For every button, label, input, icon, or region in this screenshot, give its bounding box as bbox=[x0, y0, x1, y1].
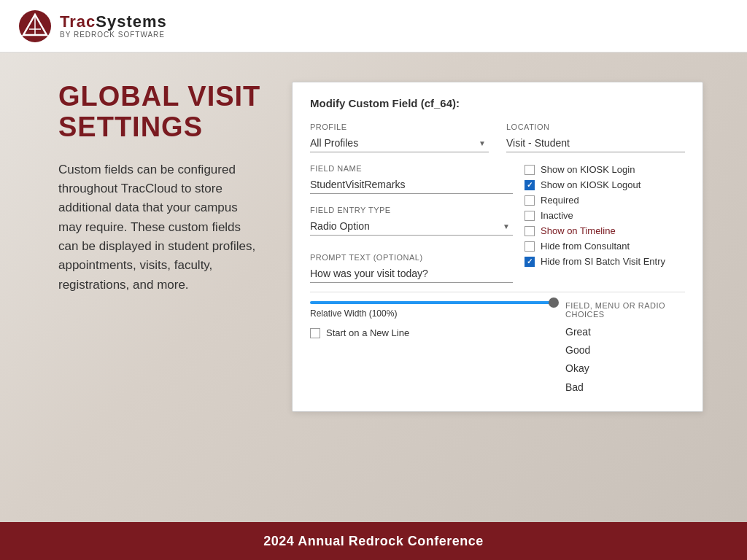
profile-label: Profile bbox=[310, 122, 489, 131]
checkbox-label-4: Show on Timeline bbox=[541, 225, 616, 236]
header: Trac Systems By Redrock Software bbox=[0, 0, 747, 52]
choices-label: Field, Menu or Radio Choices bbox=[565, 301, 685, 319]
logo-text: Trac Systems By Redrock Software bbox=[60, 13, 167, 39]
location-input[interactable] bbox=[506, 134, 685, 152]
checkbox-label-3: Inactive bbox=[541, 210, 573, 221]
checkbox-box-2[interactable] bbox=[525, 195, 535, 206]
prompt-input[interactable] bbox=[310, 265, 513, 283]
start-newline-label: Start on a New Line bbox=[326, 327, 409, 338]
bottom-row: Relative Width (100%) Start on a New Lin… bbox=[310, 301, 685, 397]
slider-section: Relative Width (100%) bbox=[310, 301, 554, 319]
choice-item-3: Bad bbox=[565, 378, 685, 397]
checkbox-box-5[interactable] bbox=[525, 241, 535, 252]
checkbox-box-3[interactable] bbox=[525, 211, 535, 221]
form-left-col: Field Name Field Entry Type Radio Option… bbox=[310, 164, 513, 283]
logo-trac: Trac bbox=[60, 13, 96, 31]
choice-item-2: Okay bbox=[565, 359, 685, 378]
prompt-group: Prompt Text (optional) bbox=[310, 253, 513, 283]
page-title: Global Visit Settings bbox=[58, 82, 263, 143]
field-entry-type-select[interactable]: Radio Option bbox=[310, 217, 513, 235]
field-entry-type-label: Field Entry Type bbox=[310, 206, 513, 214]
profile-location-row: Profile All Profiles ▼ Location bbox=[310, 122, 685, 152]
location-label: Location bbox=[506, 122, 685, 131]
checkbox-label-6: Hide from SI Batch Visit Entry bbox=[541, 256, 665, 267]
location-group: Location bbox=[506, 122, 685, 152]
checkbox-box-0[interactable] bbox=[525, 165, 535, 175]
checkbox-label-1: Show on KIOSK Logout bbox=[541, 179, 640, 190]
choices-col: Field, Menu or Radio Choices GreatGoodOk… bbox=[554, 301, 685, 397]
checkbox-box-4[interactable] bbox=[525, 226, 535, 236]
field-name-label: Field Name bbox=[310, 164, 513, 173]
start-newline[interactable]: Start on a New Line bbox=[310, 327, 554, 338]
checkbox-item-2[interactable]: Required bbox=[525, 195, 685, 206]
profile-select[interactable]: All Profiles bbox=[310, 134, 489, 152]
main-content: Global Visit Settings Custom fields can … bbox=[0, 52, 747, 534]
logo-systems: Systems bbox=[96, 13, 167, 31]
checkbox-label-2: Required bbox=[541, 195, 579, 206]
field-name-checkboxes-row: Field Name Field Entry Type Radio Option… bbox=[310, 164, 685, 283]
prompt-label: Prompt Text (optional) bbox=[310, 253, 513, 262]
description: Custom fields can be configured througho… bbox=[58, 160, 263, 295]
form-title: Modify Custom Field (cf_64): bbox=[310, 97, 685, 109]
slider-col: Relative Width (100%) Start on a New Lin… bbox=[310, 301, 554, 338]
slider-track[interactable] bbox=[310, 301, 554, 304]
choice-item-0: Great bbox=[565, 323, 685, 341]
footer-text: 2024 Annual Redrock Conference bbox=[263, 534, 483, 549]
choice-item-1: Good bbox=[565, 341, 685, 359]
form-card: Modify Custom Field (cf_64): Profile All… bbox=[292, 82, 703, 412]
footer: 2024 Annual Redrock Conference bbox=[0, 522, 747, 560]
field-name-group: Field Name bbox=[310, 164, 513, 194]
checkboxes-col: Show on KIOSK LoginShow on KIOSK LogoutR… bbox=[525, 164, 685, 283]
checkbox-label-0: Show on KIOSK Login bbox=[541, 164, 635, 175]
checkbox-box-6[interactable] bbox=[525, 257, 535, 267]
checkbox-item-4[interactable]: Show on Timeline bbox=[525, 225, 685, 236]
profile-group: Profile All Profiles ▼ bbox=[310, 122, 489, 152]
checkbox-box-1[interactable] bbox=[525, 180, 535, 190]
profile-select-wrapper[interactable]: All Profiles ▼ bbox=[310, 134, 489, 152]
checkbox-label-5: Hide from Consultant bbox=[541, 241, 630, 252]
field-entry-type-group: Field Entry Type Radio Option ▼ bbox=[310, 206, 513, 236]
slider-label: Relative Width (100%) bbox=[310, 308, 554, 319]
field-entry-type-select-wrapper[interactable]: Radio Option ▼ bbox=[310, 217, 513, 236]
logo-by: By Redrock Software bbox=[60, 31, 167, 39]
checkbox-item-6[interactable]: Hide from SI Batch Visit Entry bbox=[525, 256, 685, 267]
logo-container: Trac Systems By Redrock Software bbox=[18, 9, 167, 44]
logo-icon bbox=[18, 9, 53, 44]
choices-list: GreatGoodOkayBad bbox=[565, 323, 685, 397]
left-text: Global Visit Settings Custom fields can … bbox=[58, 82, 263, 519]
checkbox-item-1[interactable]: Show on KIOSK Logout bbox=[525, 179, 685, 190]
slider-thumb[interactable] bbox=[549, 298, 559, 308]
checkbox-item-3[interactable]: Inactive bbox=[525, 210, 685, 221]
checkbox-item-5[interactable]: Hide from Consultant bbox=[525, 241, 685, 252]
form-divider bbox=[310, 292, 685, 292]
field-name-input[interactable] bbox=[310, 176, 513, 194]
checkbox-item-0[interactable]: Show on KIOSK Login bbox=[525, 164, 685, 175]
start-newline-checkbox[interactable] bbox=[310, 328, 320, 338]
